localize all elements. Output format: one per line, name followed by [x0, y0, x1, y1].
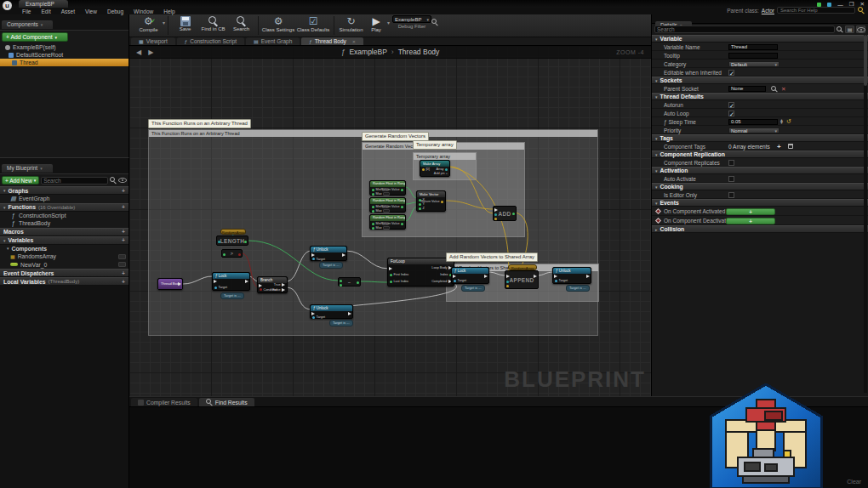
tree-item-examplebp-self[interactable]: ExampleBP(self)	[0, 43, 128, 51]
node-append[interactable]: APPEND	[505, 270, 539, 289]
add-component-button[interactable]: + Add Component▾	[2, 32, 68, 42]
variable-visibility-icon[interactable]	[118, 254, 126, 259]
tab-event-graph[interactable]: ▤Event Graph	[246, 37, 300, 45]
array-in-pin[interactable]	[506, 281, 509, 283]
find-in-cb-button[interactable]: Find in CB	[199, 15, 227, 31]
menu-asset[interactable]: Asset	[56, 9, 80, 14]
int-out-pin[interactable]	[512, 213, 515, 215]
node-length[interactable]: LENGTH	[216, 235, 248, 246]
tab-thread-body[interactable]: ƒThread Body✕	[301, 37, 363, 45]
parent-class-link[interactable]: Actor	[762, 8, 774, 14]
array-out-pin[interactable]	[445, 168, 448, 171]
components-panel-tab[interactable]: Components▾	[2, 20, 53, 29]
section-component-replication[interactable]: ▾Component Replication	[652, 150, 868, 158]
node-forloop[interactable]: ForLoop First Index Last Index Loop Body…	[387, 258, 454, 287]
max-value-box[interactable]	[383, 209, 390, 213]
menu-debug[interactable]: Debug	[102, 9, 128, 14]
class-defaults-button[interactable]: ☑ Class Defaults	[295, 15, 331, 32]
node-make-array[interactable]: Make Array [0] Array Add pin +	[420, 160, 450, 177]
max-pin[interactable]	[372, 227, 374, 230]
tab-construction-script[interactable]: ƒConstruction Script	[177, 37, 244, 45]
node-add[interactable]: ADD	[493, 206, 517, 221]
section-cooking[interactable]: ▾Cooking	[652, 183, 868, 190]
socket-search-icon[interactable]	[771, 86, 778, 93]
exec-in-pin[interactable]	[506, 275, 510, 278]
min-pin[interactable]	[372, 189, 374, 191]
target-pin[interactable]	[454, 280, 456, 282]
item-event-graph[interactable]: ▤EventGraph	[0, 195, 128, 203]
add-activated-event-button[interactable]: +	[726, 208, 775, 215]
details-search-icon[interactable]	[837, 26, 843, 33]
my-blueprint-search-icon[interactable]	[110, 177, 117, 184]
section-variables[interactable]: ▾Variables+	[0, 236, 128, 245]
nav-back-icon[interactable]: ◀	[136, 48, 141, 56]
false-pin[interactable]	[282, 288, 285, 292]
sleep-time-input[interactable]	[728, 119, 778, 125]
element-0-pin[interactable]	[422, 168, 425, 171]
add-local-variable-button[interactable]: +	[122, 279, 125, 285]
display-filter-eye-icon[interactable]	[856, 26, 865, 33]
node-greater-than[interactable]: >	[221, 249, 243, 258]
add-function-button[interactable]: +	[122, 204, 125, 210]
compile-button[interactable]: ⚙✓ Compile	[134, 15, 163, 32]
play-options-caret[interactable]: ▾	[387, 20, 390, 26]
target-pin[interactable]	[214, 287, 217, 289]
condition-pin[interactable]	[260, 288, 262, 291]
return-value-pin[interactable]	[441, 201, 443, 203]
add-dispatcher-button[interactable]: +	[122, 270, 125, 276]
exec-out-pin[interactable]	[534, 275, 537, 278]
section-sockets[interactable]: ▾Sockets	[652, 77, 868, 84]
section-functions[interactable]: ▾Functions(16 Overridable)+	[0, 203, 128, 212]
exec-in-pin[interactable]	[389, 267, 392, 270]
int-out-pin[interactable]	[244, 241, 247, 243]
max-value-box[interactable]	[383, 226, 390, 230]
is-editor-only-checkbox[interactable]	[728, 192, 734, 198]
tab-compiler-results[interactable]: Compiler Results	[131, 398, 197, 406]
target-pin[interactable]	[555, 280, 557, 282]
exec-in-pin[interactable]	[214, 280, 217, 283]
property-matrix-icon[interactable]: ▤	[845, 26, 854, 33]
add-macro-button[interactable]: +	[122, 229, 125, 235]
add-graph-button[interactable]: +	[122, 188, 125, 194]
vector-in-pin[interactable]	[494, 218, 497, 220]
breadcrumb-current[interactable]: Thread Body	[398, 48, 440, 56]
node-unlock-1[interactable]: ƒ Unlock Target	[310, 246, 347, 261]
return-value-pin[interactable]	[401, 189, 403, 191]
int-in-pin[interactable]	[223, 253, 226, 256]
graph-canvas[interactable]: ◀ ▶ ƒ ExampleBP › Thread Body ZOOM -4 Th…	[129, 46, 651, 396]
section-collision[interactable]: ▸Collision	[652, 225, 868, 233]
section-macros[interactable]: Macros+	[0, 228, 128, 236]
add-new-button[interactable]: + Add New▾	[2, 176, 39, 184]
int-in-pin[interactable]	[340, 280, 342, 282]
max-pin[interactable]	[372, 210, 374, 213]
node-lock-1[interactable]: ƒ Lock Target	[212, 272, 250, 291]
help-search-input[interactable]	[777, 7, 855, 14]
node-thread-body-entry[interactable]: Thread Body	[157, 278, 183, 290]
status-green-icon[interactable]	[817, 3, 821, 7]
subsection-components[interactable]: ▾Components	[0, 245, 128, 253]
z-pin[interactable]	[419, 207, 421, 210]
node-randoms-array-getter[interactable]: RandomsArray	[220, 229, 246, 235]
priority-dropdown[interactable]: Normal▾	[728, 128, 779, 133]
auto-loop-checkbox[interactable]: ✓	[728, 111, 734, 116]
section-thread-defaults[interactable]: ▾Thread Defaults	[652, 93, 868, 100]
add-deactivated-event-button[interactable]: +	[726, 218, 775, 224]
section-tags[interactable]: ▾Tags	[652, 134, 868, 142]
section-events[interactable]: ▾Events	[652, 199, 868, 207]
section-local-variables[interactable]: Local Variables(ThreadBody)+	[0, 277, 128, 286]
node-unlock-2[interactable]: ƒ Unlock Target	[310, 304, 353, 319]
node-branch[interactable]: Branch Condition True False	[257, 276, 288, 293]
node-make-vector[interactable]: Make Vector X Y Z Return Value	[416, 190, 446, 212]
vector-in-pin[interactable]	[506, 285, 509, 287]
add-variable-button[interactable]: +	[122, 237, 125, 243]
array-in-pin[interactable]	[494, 213, 497, 216]
tree-item-thread-selected[interactable]: Thread	[0, 59, 128, 66]
tab-find-results[interactable]: Find Results	[199, 398, 254, 406]
target-pin[interactable]	[312, 316, 315, 319]
help-search-icon[interactable]	[858, 7, 865, 14]
debug-object-dropdown[interactable]: ExampleBP ▾	[392, 15, 431, 23]
compile-options-caret[interactable]: ▾	[163, 20, 165, 26]
section-event-dispatchers[interactable]: Event Dispatchers+	[0, 269, 128, 277]
trash-icon[interactable]	[788, 144, 793, 149]
min-pin[interactable]	[372, 223, 374, 225]
